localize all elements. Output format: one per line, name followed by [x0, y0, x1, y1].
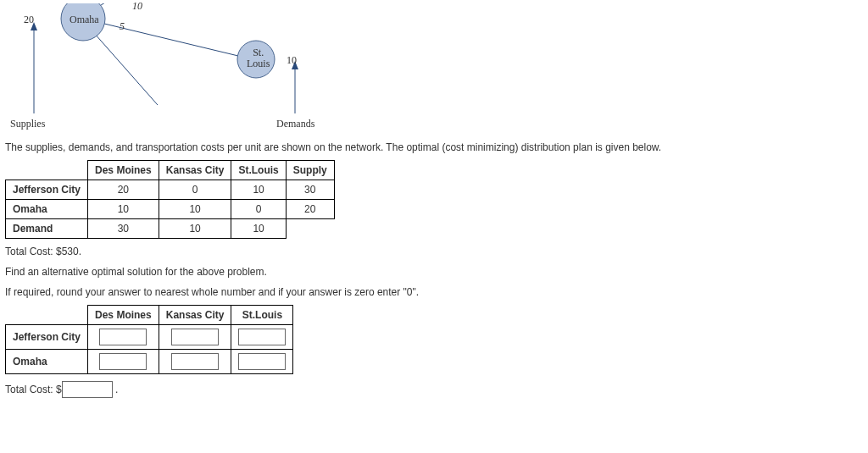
col-header: St.Louis: [231, 306, 293, 325]
col-header: St.Louis: [231, 161, 286, 180]
prompt-2: If required, round your answer to neares…: [5, 285, 858, 300]
answer-input-jc-dm[interactable]: [99, 329, 147, 345]
table-row: Omaha: [6, 350, 293, 374]
col-header: Des Moines: [88, 161, 159, 180]
answer-table: Des Moines Kansas City St.Louis Jefferso…: [5, 305, 293, 374]
dest-label: St.Louis: [247, 47, 270, 69]
col-header: Kansas City: [159, 161, 231, 180]
prompt-1: Find an alternative optimal solution for…: [5, 264, 858, 279]
table-row: Jefferson City 20 0 10 30: [6, 180, 335, 200]
answer-input-om-kc[interactable]: [171, 353, 219, 370]
demands-caption: Demands: [276, 118, 314, 130]
period: .: [115, 384, 118, 395]
answer-input-om-sl[interactable]: [238, 353, 286, 370]
col-header: Des Moines: [88, 306, 159, 325]
network-diagram: 20 Omaha 10 5 St.Louis 10 Supplies Deman…: [5, 3, 344, 135]
supply-value: 20: [24, 14, 34, 26]
total-cost-input[interactable]: [62, 381, 113, 398]
answer-input-jc-sl[interactable]: [238, 329, 286, 345]
demand-value: 10: [287, 54, 297, 67]
edge-cost-top: 10: [132, 0, 142, 13]
optimal-table: Des Moines Kansas City St.Louis Supply J…: [5, 160, 335, 239]
intro-text: The supplies, demands, and transportatio…: [5, 140, 858, 155]
col-header: Supply: [286, 161, 334, 180]
col-header: Kansas City: [159, 306, 231, 325]
table-row: Omaha 10 10 0 20: [6, 200, 335, 219]
edge-cost-bottom: 5: [120, 20, 125, 33]
origin-label: Omaha: [70, 14, 99, 26]
answer-input-om-dm[interactable]: [99, 353, 147, 370]
total-cost-label: Total Cost: $: [5, 384, 62, 395]
svg-line-4: [98, 3, 158, 7]
total-cost-given: Total Cost: $530.: [5, 244, 858, 259]
supplies-caption: Supplies: [10, 118, 45, 130]
table-row: Demand 30 10 10: [6, 219, 335, 239]
svg-line-6: [94, 33, 158, 105]
answer-input-jc-kc[interactable]: [171, 329, 219, 345]
table-row: Jefferson City: [6, 325, 293, 350]
